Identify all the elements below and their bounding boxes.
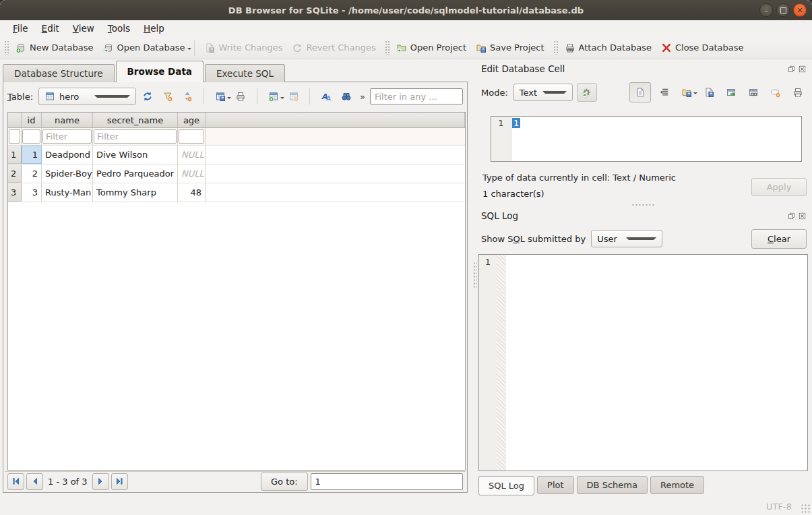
toolbar-grip[interactable]	[4, 40, 9, 55]
find-button[interactable]	[338, 88, 355, 105]
cell-name[interactable]: Spider-Boy	[42, 164, 93, 183]
close-panel-icon[interactable]	[798, 212, 807, 220]
export-data-button[interactable]	[700, 84, 718, 100]
mode-selector[interactable]: Text	[513, 84, 573, 101]
filter-input-age[interactable]	[179, 129, 204, 144]
filter-input-id[interactable]	[22, 129, 40, 144]
dock-tab-sql-log[interactable]: SQL Log	[478, 476, 534, 495]
row-number[interactable]: 1	[8, 146, 22, 164]
last-page-button[interactable]	[111, 473, 128, 490]
clear-log-button[interactable]: Clear	[751, 229, 807, 249]
toolbar-grip[interactable]	[553, 40, 558, 55]
column-header-id[interactable]: id	[22, 113, 42, 127]
print-table-button[interactable]	[232, 88, 249, 105]
new-database-button[interactable]: New Database	[11, 40, 98, 56]
previous-page-button[interactable]	[26, 473, 43, 490]
encoding-indicator[interactable]: UTF-8	[766, 502, 792, 512]
toolbar-overflow-button[interactable]: »	[358, 92, 367, 102]
column-header-name[interactable]: name	[42, 113, 93, 127]
open-external-button[interactable]	[722, 84, 740, 100]
panel-splitter-handle[interactable]	[473, 262, 477, 289]
cell-age[interactable]: NULL	[178, 146, 206, 164]
cell-id[interactable]: 2	[22, 164, 42, 183]
export-table-button[interactable]	[212, 88, 229, 105]
cell-secret-name[interactable]: Pedro Parqueador	[93, 164, 178, 183]
delete-record-button[interactable]	[285, 88, 303, 105]
font-settings-button[interactable]	[317, 88, 335, 105]
refresh-button[interactable]	[139, 88, 156, 105]
row-number[interactable]: 2	[8, 164, 22, 183]
write-changes-button[interactable]: Write Changes	[199, 40, 287, 56]
tab-browse-data[interactable]: Browse Data	[116, 61, 204, 82]
cell-id[interactable]: 1	[22, 146, 42, 164]
cell-editor[interactable]: 1 1	[491, 116, 802, 162]
print-cell-button[interactable]	[789, 84, 807, 100]
first-page-button[interactable]	[7, 473, 24, 490]
word-wrap-button[interactable]	[656, 84, 673, 100]
text-document-button[interactable]	[629, 82, 651, 102]
titlebar[interactable]: DB Browser for SQLite - /home/user/code/…	[0, 0, 812, 21]
cell-secret-name[interactable]: Tommy Sharp	[93, 183, 178, 202]
row-number[interactable]: 3	[8, 183, 22, 202]
revert-changes-button[interactable]: Revert Changes	[287, 40, 380, 56]
dock-tab-db-schema[interactable]: DB Schema	[577, 476, 648, 494]
cell-name[interactable]: Rusty-Man	[42, 183, 93, 202]
main-toolbar: New Database Open Database Write Changes…	[0, 36, 812, 59]
apply-format-button[interactable]	[577, 83, 597, 102]
close-panel-icon[interactable]	[798, 65, 807, 73]
menu-help[interactable]: Help	[137, 22, 170, 35]
goto-input[interactable]	[311, 473, 463, 490]
sql-source-selector[interactable]: User	[591, 230, 662, 247]
close-database-button[interactable]: Close Database	[656, 40, 749, 56]
filter-input-secret-name[interactable]	[94, 129, 177, 144]
filter-input-name[interactable]	[42, 129, 92, 144]
cell-id[interactable]: 3	[22, 183, 42, 202]
menu-edit[interactable]: Edit	[36, 22, 65, 35]
sql-log-content[interactable]	[506, 255, 807, 471]
filter-any-column-input[interactable]	[370, 88, 463, 104]
column-header-age[interactable]: age	[178, 113, 206, 127]
dock-tab-plot[interactable]: Plot	[537, 476, 574, 494]
apply-button[interactable]: Apply	[751, 178, 807, 196]
dock-tab-remote[interactable]: Remote	[650, 476, 704, 494]
import-data-button[interactable]	[678, 84, 695, 100]
toolbar-grip[interactable]	[385, 40, 389, 55]
cell-editor-content[interactable]: 1	[511, 117, 801, 161]
goto-button[interactable]: Go to:	[261, 473, 308, 491]
cell-secret-name[interactable]: Dive Wilson	[93, 146, 178, 164]
open-database-button[interactable]: Open Database	[98, 40, 190, 56]
resize-grip[interactable]	[801, 504, 810, 513]
table-selector[interactable]: hero	[38, 88, 136, 105]
cell-age[interactable]: NULL	[178, 164, 206, 183]
column-header-secret-name[interactable]: secret_name	[93, 113, 178, 127]
dock-splitter[interactable]	[473, 202, 812, 208]
sql-log-editor[interactable]: 1	[478, 254, 808, 471]
maximize-button[interactable]	[776, 3, 790, 17]
tab-execute-sql[interactable]: Execute SQL	[205, 64, 285, 82]
open-project-button[interactable]: Open Project	[392, 40, 471, 56]
menu-tools[interactable]: Tools	[102, 22, 136, 35]
save-project-icon	[476, 42, 487, 53]
cell-name[interactable]: Deadpond	[42, 146, 93, 164]
tab-database-structure[interactable]: Database Structure	[3, 64, 115, 82]
float-panel-icon[interactable]	[787, 212, 796, 220]
attach-database-button[interactable]: Attach Database	[560, 40, 656, 56]
menu-view[interactable]: View	[67, 22, 100, 35]
copy-link-button[interactable]	[745, 84, 762, 100]
cell-type-text: Type of data currently in cell: Text / N…	[482, 170, 676, 186]
float-panel-icon[interactable]	[787, 65, 796, 73]
close-button[interactable]: ✕	[793, 3, 807, 17]
filter-input-rownum[interactable]	[9, 129, 20, 144]
minimize-button[interactable]: –	[759, 3, 773, 17]
menu-file[interactable]: File	[7, 22, 34, 35]
clear-sorting-button[interactable]	[179, 88, 197, 105]
filter-cell-secret-name	[93, 128, 178, 145]
clear-filters-button[interactable]	[159, 88, 177, 105]
next-page-button[interactable]	[92, 473, 109, 490]
table-selected-value: hero	[59, 92, 90, 102]
insert-record-button[interactable]	[265, 88, 282, 105]
save-project-button[interactable]: Save Project	[471, 40, 549, 56]
set-null-button[interactable]	[767, 84, 784, 100]
cell-age[interactable]: 48	[178, 183, 206, 202]
corner-header[interactable]	[8, 113, 22, 127]
